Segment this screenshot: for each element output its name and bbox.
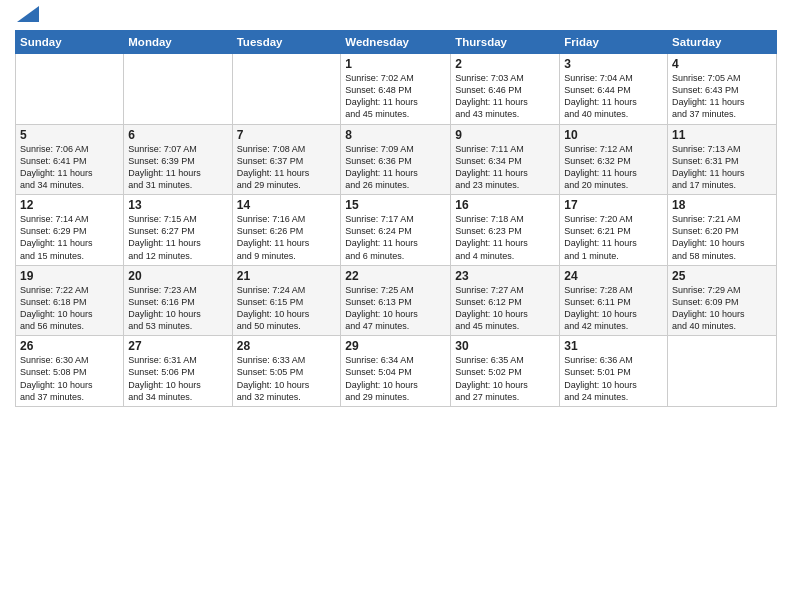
day-number: 21 xyxy=(237,269,337,283)
calendar-day: 26Sunrise: 6:30 AM Sunset: 5:08 PM Dayli… xyxy=(16,336,124,407)
day-number: 10 xyxy=(564,128,663,142)
day-info: Sunrise: 7:06 AM Sunset: 6:41 PM Dayligh… xyxy=(20,143,119,192)
calendar-day: 2Sunrise: 7:03 AM Sunset: 6:46 PM Daylig… xyxy=(451,54,560,125)
day-info: Sunrise: 7:18 AM Sunset: 6:23 PM Dayligh… xyxy=(455,213,555,262)
day-number: 23 xyxy=(455,269,555,283)
weekday-header-wednesday: Wednesday xyxy=(341,31,451,54)
day-number: 24 xyxy=(564,269,663,283)
day-info: Sunrise: 7:29 AM Sunset: 6:09 PM Dayligh… xyxy=(672,284,772,333)
day-number: 31 xyxy=(564,339,663,353)
page-container: SundayMondayTuesdayWednesdayThursdayFrid… xyxy=(0,0,792,612)
day-number: 14 xyxy=(237,198,337,212)
day-info: Sunrise: 7:17 AM Sunset: 6:24 PM Dayligh… xyxy=(345,213,446,262)
day-number: 25 xyxy=(672,269,772,283)
day-number: 11 xyxy=(672,128,772,142)
day-info: Sunrise: 7:13 AM Sunset: 6:31 PM Dayligh… xyxy=(672,143,772,192)
calendar-day: 16Sunrise: 7:18 AM Sunset: 6:23 PM Dayli… xyxy=(451,195,560,266)
weekday-header-tuesday: Tuesday xyxy=(232,31,341,54)
header xyxy=(15,10,777,22)
calendar-day: 4Sunrise: 7:05 AM Sunset: 6:43 PM Daylig… xyxy=(668,54,777,125)
calendar-day: 23Sunrise: 7:27 AM Sunset: 6:12 PM Dayli… xyxy=(451,265,560,336)
day-number: 3 xyxy=(564,57,663,71)
svg-marker-0 xyxy=(17,6,39,22)
calendar-day: 14Sunrise: 7:16 AM Sunset: 6:26 PM Dayli… xyxy=(232,195,341,266)
calendar-day xyxy=(124,54,232,125)
day-number: 1 xyxy=(345,57,446,71)
day-info: Sunrise: 7:21 AM Sunset: 6:20 PM Dayligh… xyxy=(672,213,772,262)
day-info: Sunrise: 7:12 AM Sunset: 6:32 PM Dayligh… xyxy=(564,143,663,192)
day-number: 27 xyxy=(128,339,227,353)
calendar-day xyxy=(232,54,341,125)
day-number: 2 xyxy=(455,57,555,71)
day-number: 5 xyxy=(20,128,119,142)
day-info: Sunrise: 7:02 AM Sunset: 6:48 PM Dayligh… xyxy=(345,72,446,121)
day-info: Sunrise: 7:11 AM Sunset: 6:34 PM Dayligh… xyxy=(455,143,555,192)
weekday-header-saturday: Saturday xyxy=(668,31,777,54)
calendar-week-1: 1Sunrise: 7:02 AM Sunset: 6:48 PM Daylig… xyxy=(16,54,777,125)
calendar-day: 31Sunrise: 6:36 AM Sunset: 5:01 PM Dayli… xyxy=(560,336,668,407)
day-info: Sunrise: 7:05 AM Sunset: 6:43 PM Dayligh… xyxy=(672,72,772,121)
calendar-day: 15Sunrise: 7:17 AM Sunset: 6:24 PM Dayli… xyxy=(341,195,451,266)
calendar-day: 3Sunrise: 7:04 AM Sunset: 6:44 PM Daylig… xyxy=(560,54,668,125)
calendar-day: 9Sunrise: 7:11 AM Sunset: 6:34 PM Daylig… xyxy=(451,124,560,195)
day-number: 18 xyxy=(672,198,772,212)
calendar-week-5: 26Sunrise: 6:30 AM Sunset: 5:08 PM Dayli… xyxy=(16,336,777,407)
day-info: Sunrise: 7:28 AM Sunset: 6:11 PM Dayligh… xyxy=(564,284,663,333)
day-number: 28 xyxy=(237,339,337,353)
day-number: 19 xyxy=(20,269,119,283)
day-info: Sunrise: 7:22 AM Sunset: 6:18 PM Dayligh… xyxy=(20,284,119,333)
day-info: Sunrise: 7:08 AM Sunset: 6:37 PM Dayligh… xyxy=(237,143,337,192)
day-number: 12 xyxy=(20,198,119,212)
day-info: Sunrise: 7:24 AM Sunset: 6:15 PM Dayligh… xyxy=(237,284,337,333)
weekday-header-monday: Monday xyxy=(124,31,232,54)
calendar-day: 11Sunrise: 7:13 AM Sunset: 6:31 PM Dayli… xyxy=(668,124,777,195)
day-number: 9 xyxy=(455,128,555,142)
calendar-day: 13Sunrise: 7:15 AM Sunset: 6:27 PM Dayli… xyxy=(124,195,232,266)
day-number: 29 xyxy=(345,339,446,353)
day-info: Sunrise: 7:07 AM Sunset: 6:39 PM Dayligh… xyxy=(128,143,227,192)
logo-icon xyxy=(17,6,39,22)
day-number: 22 xyxy=(345,269,446,283)
calendar-day: 27Sunrise: 6:31 AM Sunset: 5:06 PM Dayli… xyxy=(124,336,232,407)
weekday-header-thursday: Thursday xyxy=(451,31,560,54)
calendar-week-4: 19Sunrise: 7:22 AM Sunset: 6:18 PM Dayli… xyxy=(16,265,777,336)
calendar-day: 17Sunrise: 7:20 AM Sunset: 6:21 PM Dayli… xyxy=(560,195,668,266)
day-info: Sunrise: 6:34 AM Sunset: 5:04 PM Dayligh… xyxy=(345,354,446,403)
calendar-day: 12Sunrise: 7:14 AM Sunset: 6:29 PM Dayli… xyxy=(16,195,124,266)
day-info: Sunrise: 6:33 AM Sunset: 5:05 PM Dayligh… xyxy=(237,354,337,403)
weekday-header-friday: Friday xyxy=(560,31,668,54)
logo xyxy=(15,10,39,22)
day-info: Sunrise: 7:16 AM Sunset: 6:26 PM Dayligh… xyxy=(237,213,337,262)
calendar-day xyxy=(668,336,777,407)
weekday-header-row: SundayMondayTuesdayWednesdayThursdayFrid… xyxy=(16,31,777,54)
day-number: 8 xyxy=(345,128,446,142)
calendar-day: 28Sunrise: 6:33 AM Sunset: 5:05 PM Dayli… xyxy=(232,336,341,407)
day-info: Sunrise: 7:15 AM Sunset: 6:27 PM Dayligh… xyxy=(128,213,227,262)
day-number: 26 xyxy=(20,339,119,353)
day-info: Sunrise: 7:20 AM Sunset: 6:21 PM Dayligh… xyxy=(564,213,663,262)
day-number: 7 xyxy=(237,128,337,142)
day-info: Sunrise: 6:35 AM Sunset: 5:02 PM Dayligh… xyxy=(455,354,555,403)
calendar-day xyxy=(16,54,124,125)
calendar-day: 10Sunrise: 7:12 AM Sunset: 6:32 PM Dayli… xyxy=(560,124,668,195)
day-number: 17 xyxy=(564,198,663,212)
calendar-day: 19Sunrise: 7:22 AM Sunset: 6:18 PM Dayli… xyxy=(16,265,124,336)
day-number: 13 xyxy=(128,198,227,212)
day-number: 15 xyxy=(345,198,446,212)
day-number: 4 xyxy=(672,57,772,71)
day-info: Sunrise: 6:30 AM Sunset: 5:08 PM Dayligh… xyxy=(20,354,119,403)
calendar-week-3: 12Sunrise: 7:14 AM Sunset: 6:29 PM Dayli… xyxy=(16,195,777,266)
calendar-day: 7Sunrise: 7:08 AM Sunset: 6:37 PM Daylig… xyxy=(232,124,341,195)
day-info: Sunrise: 7:14 AM Sunset: 6:29 PM Dayligh… xyxy=(20,213,119,262)
calendar-day: 1Sunrise: 7:02 AM Sunset: 6:48 PM Daylig… xyxy=(341,54,451,125)
calendar-day: 5Sunrise: 7:06 AM Sunset: 6:41 PM Daylig… xyxy=(16,124,124,195)
calendar-day: 25Sunrise: 7:29 AM Sunset: 6:09 PM Dayli… xyxy=(668,265,777,336)
day-number: 20 xyxy=(128,269,227,283)
calendar-day: 20Sunrise: 7:23 AM Sunset: 6:16 PM Dayli… xyxy=(124,265,232,336)
day-info: Sunrise: 7:09 AM Sunset: 6:36 PM Dayligh… xyxy=(345,143,446,192)
day-number: 30 xyxy=(455,339,555,353)
day-info: Sunrise: 7:04 AM Sunset: 6:44 PM Dayligh… xyxy=(564,72,663,121)
day-info: Sunrise: 7:03 AM Sunset: 6:46 PM Dayligh… xyxy=(455,72,555,121)
day-info: Sunrise: 7:25 AM Sunset: 6:13 PM Dayligh… xyxy=(345,284,446,333)
calendar-day: 30Sunrise: 6:35 AM Sunset: 5:02 PM Dayli… xyxy=(451,336,560,407)
